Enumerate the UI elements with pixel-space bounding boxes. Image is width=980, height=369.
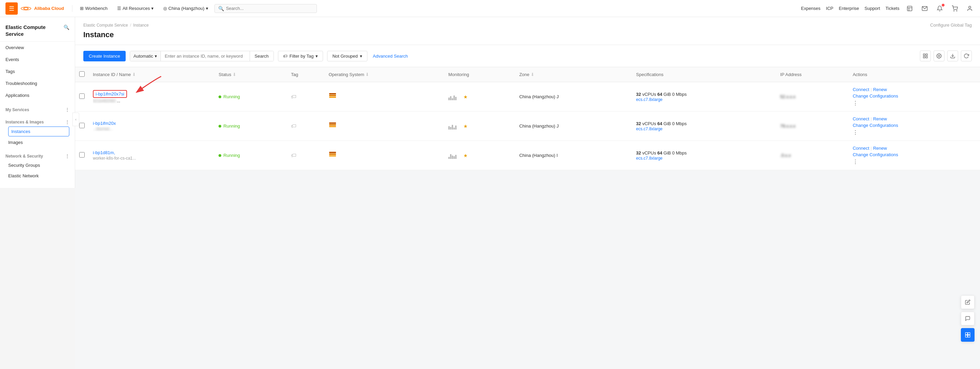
row1-more-button[interactable]: ⋮ <box>853 100 976 106</box>
search-button[interactable]: Search <box>250 51 274 61</box>
instance-table: Instance ID / Name ⬇ Status ⬇ Tag <box>75 67 980 170</box>
tag-icon-row3[interactable]: 🏷 <box>291 152 296 158</box>
nav-cart-icon[interactable] <box>950 4 959 13</box>
hamburger-menu[interactable]: ☰ <box>5 2 18 15</box>
my-services-more[interactable]: ⋮ <box>65 108 69 112</box>
row2-id-cell: i-bp1ifm20x ...blurred... <box>89 111 215 141</box>
row1-connect-link[interactable]: Connect <box>853 87 869 92</box>
th-actions: Actions <box>848 67 980 82</box>
instances-images-more[interactable]: ⋮ <box>65 120 69 125</box>
float-network-button[interactable] <box>961 328 975 342</box>
row2-checkbox[interactable] <box>79 123 85 128</box>
table-header: Instance ID / Name ⬇ Status ⬇ Tag <box>75 67 980 82</box>
not-grouped-button[interactable]: Not Grouped ▾ <box>327 51 367 62</box>
row2-change-config-link[interactable]: Change Configurations <box>853 123 976 128</box>
tag-icon-row2[interactable]: 🏷 <box>291 123 296 129</box>
tag-icon-row1[interactable]: 🏷 <box>291 94 296 100</box>
nav-bell-icon[interactable] <box>935 4 945 13</box>
sidebar-wrapper: Elastic Compute Service 🔍 Overview Event… <box>0 17 75 369</box>
sidebar-item-applications[interactable]: Applications <box>0 89 75 101</box>
breadcrumb-parent[interactable]: Elastic Compute Service <box>83 23 128 28</box>
row1-renew-link[interactable]: Renew <box>873 87 887 92</box>
sidebar-item-tags[interactable]: Tags <box>0 65 75 78</box>
svg-rect-19 <box>329 93 336 95</box>
sidebar-header: Elastic Compute Service 🔍 <box>0 17 75 41</box>
row3-instance-id[interactable]: i-bp1d81m, <box>93 150 115 155</box>
workbench-icon: ⊞ <box>80 6 84 11</box>
network-security-more[interactable]: ⋮ <box>65 154 69 158</box>
row1-change-config-link[interactable]: Change Configurations <box>853 93 976 98</box>
nav-icp[interactable]: ICP <box>826 6 834 11</box>
row1-tag-cell: 🏷 <box>287 82 325 111</box>
resources-icon: ☰ <box>117 6 121 11</box>
filter-icon[interactable]: ⬇ <box>132 72 136 77</box>
sidebar-item-elastic-network[interactable]: Elastic Network <box>0 171 75 181</box>
search-input[interactable] <box>161 51 250 61</box>
row2-renew-link[interactable]: Renew <box>873 116 887 121</box>
main-layout: Elastic Compute Service 🔍 Overview Event… <box>0 17 980 369</box>
row3-connect-link[interactable]: Connect <box>853 146 869 151</box>
nav-workbench[interactable]: ⊞ Workbench <box>76 4 111 13</box>
sidebar-item-troubleshooting[interactable]: Troubleshooting <box>0 78 75 89</box>
row3-more-button[interactable]: ⋮ <box>853 158 976 165</box>
sidebar-collapse-button[interactable]: ‹ <box>72 112 79 126</box>
row3-renew-link[interactable]: Renew <box>873 146 887 151</box>
svg-rect-11 <box>926 54 928 55</box>
search-prefix-dropdown[interactable]: Automatic ▾ <box>130 51 161 61</box>
refresh-button[interactable] <box>961 51 972 62</box>
row3-ip-cell: .0.x.x <box>776 141 848 170</box>
os-icon-row3 <box>328 151 337 159</box>
nav-support[interactable]: Support <box>865 6 880 11</box>
nav-avatar[interactable] <box>965 4 975 13</box>
row1-spec-link[interactable]: ecs.c7.8xlarge <box>636 97 662 102</box>
gear-icon-button[interactable] <box>934 51 945 62</box>
row1-checkbox[interactable] <box>79 93 85 99</box>
advanced-search-link[interactable]: Advanced Search <box>373 54 408 59</box>
nav-tickets[interactable]: Tickets <box>885 6 899 11</box>
global-search-input[interactable] <box>226 6 313 11</box>
select-all-checkbox[interactable] <box>79 71 85 77</box>
row2-ip-blurred: 79.x.x.x <box>780 124 795 128</box>
row1-ip-blurred: 52.x.x.x <box>780 94 795 99</box>
nav-enterprise[interactable]: Enterprise <box>839 6 859 11</box>
row2-connect-link[interactable]: Connect <box>853 116 869 121</box>
sidebar-item-instances[interactable]: Instances <box>8 127 69 136</box>
sidebar: Elastic Compute Service 🔍 Overview Event… <box>0 17 75 188</box>
create-instance-button[interactable]: Create Instance <box>83 51 126 62</box>
hamburger-icon: ☰ <box>9 5 14 12</box>
sidebar-item-events[interactable]: Events <box>0 54 75 65</box>
nav-region[interactable]: ◎ China (Hangzhou) ▾ <box>160 4 212 13</box>
toolbar-icon-group <box>920 51 972 62</box>
zone-filter-icon[interactable]: ⬇ <box>531 72 535 77</box>
os-filter-icon[interactable]: ⬇ <box>365 72 369 77</box>
configure-global-tag[interactable]: Configure Global Tag <box>930 22 972 28</box>
sidebar-item-security-groups[interactable]: Security Groups <box>0 160 75 171</box>
columns-settings-button[interactable] <box>920 51 931 62</box>
row1-instance-id[interactable]: i-bp1ifm20x7si <box>93 90 127 98</box>
row3-spec-link[interactable]: ecs.c7.8xlarge <box>636 156 662 161</box>
float-edit-button[interactable] <box>961 295 975 309</box>
row2-instance-id[interactable]: i-bp1ifm20x <box>93 121 116 126</box>
status-filter-icon[interactable]: ⬇ <box>232 72 236 77</box>
running-dot <box>218 95 221 98</box>
float-chat-button[interactable] <box>961 312 975 325</box>
filter-by-tag-button[interactable]: 🏷 Filter by Tag ▾ <box>278 51 323 62</box>
sidebar-search-button[interactable]: 🔍 <box>64 25 69 30</box>
row3-checkbox[interactable] <box>79 152 85 158</box>
nav-expenses[interactable]: Expenses <box>801 6 821 11</box>
download-button[interactable] <box>947 51 958 62</box>
chevron-down-icon-filter: ▾ <box>315 54 318 59</box>
svg-rect-24 <box>329 155 336 157</box>
nav-all-resources[interactable]: ☰ All Resources ▾ <box>114 4 157 13</box>
running-dot-3 <box>218 154 221 157</box>
row3-change-config-link[interactable]: Change Configurations <box>853 152 976 157</box>
row2-spec-link[interactable]: ecs.c7.8xlarge <box>636 127 662 131</box>
sidebar-item-images[interactable]: Images <box>0 137 75 148</box>
global-search[interactable]: 🔍 <box>215 4 317 13</box>
logo[interactable]: Alibaba Cloud <box>21 5 64 12</box>
monitor-star-row1: ★ <box>463 94 468 100</box>
nav-mail-icon[interactable] <box>920 4 929 13</box>
row2-more-button[interactable]: ⋮ <box>853 129 976 136</box>
sidebar-item-overview[interactable]: Overview <box>0 41 75 54</box>
nav-user-icon[interactable] <box>905 4 915 13</box>
